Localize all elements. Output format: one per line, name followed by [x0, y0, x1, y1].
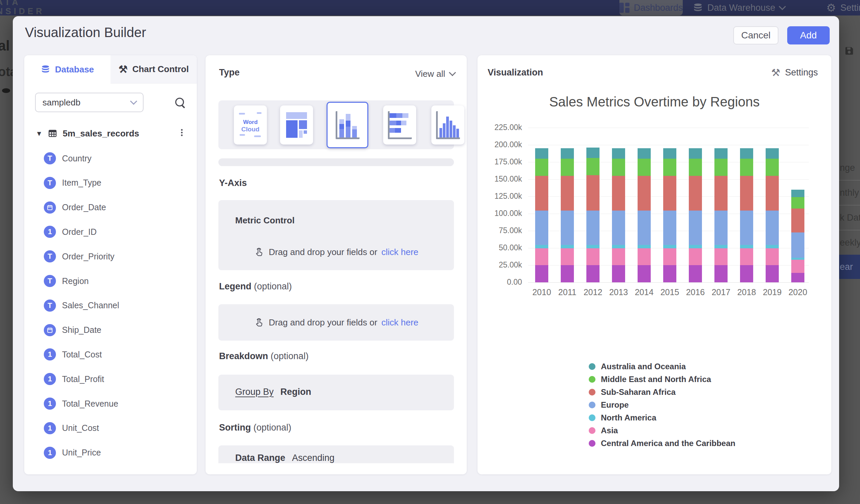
gridline: [528, 145, 809, 145]
number-field-icon: 1: [44, 348, 56, 360]
cancel-button[interactable]: Cancel: [733, 26, 778, 44]
bar-segment: [663, 248, 676, 265]
field-item-country[interactable]: TCountry: [24, 149, 197, 168]
horizontal-scrollbar[interactable]: [218, 158, 454, 166]
date-field-icon: [44, 324, 56, 336]
bar-segment: [714, 265, 728, 282]
tab-database[interactable]: Database: [24, 55, 111, 84]
bar-segment: [740, 176, 753, 211]
y-axis-tick: 200.00k: [477, 140, 522, 149]
nav-data-warehouse[interactable]: Data Warehouse: [693, 0, 785, 15]
bar-segment: [766, 176, 779, 211]
field-item-total_revenue[interactable]: 1Total_Revenue: [24, 394, 197, 413]
chart-type-word-cloud[interactable]: WordCloud: [234, 105, 267, 145]
bar-segment: [740, 148, 753, 159]
bar-segment: [561, 248, 574, 265]
column-chart-preview: [436, 111, 460, 139]
bar-segment: [689, 245, 702, 248]
number-field-icon: 1: [44, 447, 56, 459]
legend-label: Europe: [601, 400, 629, 410]
database-select[interactable]: sampledb: [35, 93, 144, 112]
metric-control-title: Metric Control: [235, 215, 295, 226]
chart-type-stacked-bar[interactable]: [383, 105, 416, 145]
background-bullet: [2, 88, 10, 93]
dashboards-icon: [619, 3, 630, 13]
click-here-link[interactable]: click here: [382, 317, 418, 328]
breakdown-dropzone[interactable]: Group By Region: [218, 375, 454, 411]
legend-item[interactable]: Central America and the Caribbean: [589, 438, 735, 448]
kebab-menu-icon[interactable]: [176, 128, 187, 140]
stacked-bar-2018: [740, 148, 753, 282]
bar-segment: [714, 148, 728, 159]
field-item-unit_price[interactable]: 1Unit_Price: [24, 444, 197, 462]
legend-item[interactable]: Australia and Oceania: [589, 362, 686, 371]
bar-segment: [689, 148, 702, 159]
bar-segment: [689, 176, 702, 211]
field-item-sales_channel[interactable]: TSales_Channel: [24, 297, 197, 315]
search-icon[interactable]: [175, 97, 186, 109]
bar-segment: [766, 148, 779, 159]
stacked-bar-2012: [586, 147, 600, 282]
field-item-total_cost[interactable]: 1Total_Cost: [24, 345, 197, 363]
background-list-item: ear: [839, 255, 860, 279]
legend-item[interactable]: Europe: [589, 400, 629, 410]
stacked-column-preview: [336, 111, 360, 139]
save-icon[interactable]: [844, 46, 855, 56]
nav-dashboards[interactable]: Dashboards: [619, 0, 683, 15]
field-item-region[interactable]: TRegion: [24, 272, 197, 290]
tap-hand-icon: [254, 317, 264, 328]
legend-item[interactable]: Asia: [589, 426, 618, 435]
tab-chart-control[interactable]: ⚒ Chart Control: [111, 55, 197, 84]
top-nav-bar: ATANSIDER Dashboards Data Warehouse ⚙ Se…: [0, 0, 860, 15]
sorting-dropzone[interactable]: Data Range Ascending: [218, 445, 454, 463]
field-item-order_date[interactable]: Order_Date: [24, 199, 197, 217]
table-icon: [48, 129, 57, 138]
nav-settings[interactable]: ⚙ Settin: [826, 0, 860, 15]
number-field-icon: 1: [44, 373, 56, 385]
sorting-heading: Sorting (optional): [219, 422, 291, 433]
field-item-unit_cost[interactable]: 1Unit_Cost: [24, 419, 197, 437]
stacked-bar-2016: [689, 148, 702, 282]
legend-item[interactable]: Sub-Saharan Africa: [589, 387, 676, 397]
chart-type-treemap[interactable]: [280, 105, 313, 145]
bar-segment: [535, 148, 548, 159]
table-tree-item[interactable]: ▾ 5m_sales_records: [24, 125, 197, 142]
chart-type-stacked-column[interactable]: [327, 102, 368, 148]
field-item-order_priority[interactable]: TOrder_Priority: [24, 247, 197, 265]
bar-segment: [663, 265, 676, 282]
stacked-bar-2010: [535, 148, 548, 282]
field-label: Sales_Channel: [62, 301, 119, 310]
caret-down-icon[interactable]: ▾: [37, 129, 41, 138]
y-axis-tick: 225.00k: [477, 123, 522, 132]
legend-dropzone[interactable]: Drag and drop your fields or click here: [218, 304, 454, 341]
bar-segment: [535, 159, 548, 176]
legend-item[interactable]: Middle East and North Africa: [589, 375, 711, 384]
view-all-button[interactable]: View all: [394, 69, 455, 79]
visualization-builder-modal: Visualization Builder Cancel Add Databas…: [13, 16, 839, 491]
field-item-total_profit[interactable]: 1Total_Profit: [24, 370, 197, 388]
metric-control-dropzone[interactable]: Metric Control Drag and drop your fields…: [218, 200, 454, 270]
bar-segment: [612, 211, 625, 245]
group-by-link[interactable]: Group By: [235, 387, 274, 397]
click-here-link[interactable]: click here: [382, 247, 418, 257]
field-item-item_type[interactable]: TItem_Type: [24, 174, 197, 192]
field-item-ship_date[interactable]: Ship_Date: [24, 321, 197, 339]
tap-hand-icon: [254, 247, 264, 257]
bar-segment: [586, 265, 600, 282]
field-label: Order_Date: [62, 202, 106, 212]
field-item-order_id[interactable]: 1Order_ID: [24, 223, 197, 241]
add-button[interactable]: Add: [787, 26, 830, 44]
bar-segment: [740, 159, 753, 176]
bar-segment: [637, 148, 651, 159]
legend-item[interactable]: North America: [589, 413, 656, 422]
bar-segment: [535, 265, 548, 282]
legend-color-dot: [589, 427, 596, 434]
chart-type-column[interactable]: [431, 105, 464, 145]
field-label: Total_Cost: [62, 350, 102, 359]
bar-segment: [791, 260, 804, 273]
bar-segment: [637, 176, 651, 211]
bar-segment: [663, 211, 676, 245]
legend-color-dot: [589, 376, 596, 383]
bar-segment: [612, 245, 625, 248]
gridline: [528, 128, 809, 128]
